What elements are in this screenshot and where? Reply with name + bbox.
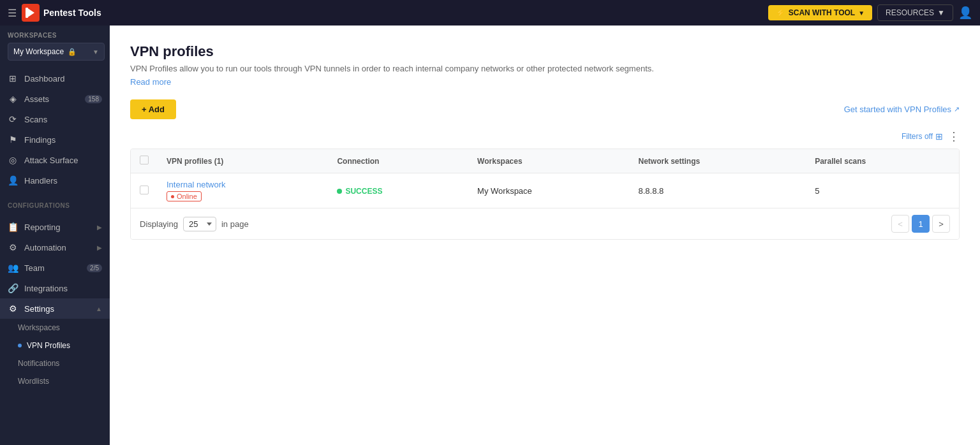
displaying-label: Displaying (140, 219, 178, 229)
sidebar-item-label: Integrations (24, 284, 68, 293)
workspaces-label: WORKSPACES (8, 32, 105, 39)
filters-off-button[interactable]: Filters off ⊞ (902, 131, 943, 142)
page-size-select[interactable]: 10 25 50 100 (183, 217, 216, 231)
col-network-settings: Network settings (629, 149, 806, 173)
scan-with-tool-button[interactable]: ⚡ SCAN WITH TOOL ▼ (768, 5, 872, 20)
network-settings-cell: 8.8.8.8 (629, 173, 806, 208)
svg-rect-2 (26, 8, 28, 18)
app-layout: WORKSPACES My Workspace 🔒 ▼ ⊞ Dashboard … (0, 26, 980, 445)
logo-icon (22, 4, 40, 22)
lightning-icon: ⚡ (776, 8, 785, 17)
team-icon: 👥 (8, 263, 18, 273)
sidebar-item-label: Assets (24, 94, 49, 104)
user-menu-button[interactable]: 👤 (958, 6, 972, 20)
sidebar-item-label: Automation (24, 243, 66, 252)
scans-icon: ⟳ (8, 114, 18, 124)
sidebar-item-scans[interactable]: ⟳ Scans (0, 109, 110, 129)
assets-badge: 158 (85, 95, 102, 103)
settings-icon: ⚙ (8, 303, 18, 314)
online-status-badge: Online (167, 191, 202, 201)
next-page-button[interactable]: > (932, 215, 950, 233)
sidebar-item-label: Reporting (24, 222, 60, 232)
logo: Pentest Tools (22, 4, 101, 22)
add-button[interactable]: + Add (130, 99, 176, 119)
row-checkbox-cell (131, 173, 158, 208)
sidebar-item-label: Team (24, 263, 45, 273)
workspaces-section: WORKSPACES My Workspace 🔒 ▼ (0, 26, 110, 63)
sidebar-item-settings[interactable]: ⚙ Settings ▲ (0, 298, 110, 319)
attack-surface-icon: ◎ (8, 155, 18, 165)
page-description: VPN Profiles allow you to run our tools … (130, 64, 960, 73)
main-content: VPN profiles VPN Profiles allow you to r… (110, 26, 980, 445)
col-connection: Connection (328, 149, 468, 173)
connection-cell: SUCCESS (328, 173, 468, 208)
active-indicator (18, 344, 22, 347)
page-1-button[interactable]: 1 (912, 215, 930, 233)
workspace-name: My Workspace (13, 47, 64, 56)
sidebar-item-label: Dashboard (24, 74, 65, 84)
pagination-left: Displaying 10 25 50 100 in page (140, 217, 249, 231)
get-started-link[interactable]: Get started with VPN Profiles ↗ (844, 105, 960, 114)
filters-off-label: Filters off (902, 132, 933, 141)
filter-icon: ⊞ (935, 131, 943, 142)
configurations-label: CONFIGURATIONS (0, 196, 110, 212)
sidebar-item-label: Scans (24, 115, 47, 124)
dashboard-icon: ⊞ (8, 73, 18, 84)
more-options-icon[interactable]: ⋮ (948, 129, 960, 143)
resources-button[interactable]: RESOURCES ▼ (877, 4, 953, 21)
nav-left: ☰ Pentest Tools (8, 4, 101, 22)
primary-nav: ⊞ Dashboard ◈ Assets 158 ⟳ Scans ⚑ Findi… (0, 63, 110, 196)
sidebar-item-assets[interactable]: ◈ Assets 158 (0, 89, 110, 109)
logo-text: Pentest Tools (43, 8, 101, 18)
sidebar-sub-label: Notifications (18, 359, 59, 368)
sidebar-sub-item-notifications[interactable]: Notifications (0, 354, 110, 372)
select-all-checkbox[interactable] (140, 156, 149, 164)
reporting-chevron-icon: ▶ (97, 224, 102, 231)
assets-icon: ◈ (8, 94, 18, 104)
sidebar-item-attack-surface[interactable]: ◎ Attack Surface (0, 150, 110, 170)
external-link-icon: ↗ (954, 105, 960, 113)
col-workspaces: Workspaces (468, 149, 629, 173)
vpn-profile-name-cell: Internal network Online (158, 173, 328, 208)
automation-chevron-icon: ▶ (97, 244, 102, 251)
workspace-cell: My Workspace (468, 173, 629, 208)
reporting-icon: 📋 (8, 222, 18, 232)
prev-page-button[interactable]: < (891, 215, 909, 233)
sidebar-item-dashboard[interactable]: ⊞ Dashboard (0, 68, 110, 89)
table: VPN profiles (1) Connection Workspaces N… (131, 149, 959, 208)
sidebar-sub-item-wordlists[interactable]: Wordlists (0, 372, 110, 390)
sidebar-item-integrations[interactable]: 🔗 Integrations (0, 278, 110, 298)
toolbar: + Add Get started with VPN Profiles ↗ (130, 99, 960, 119)
table-header-row: VPN profiles (1) Connection Workspaces N… (131, 149, 959, 173)
scan-chevron-icon: ▼ (858, 10, 865, 17)
pagination: Displaying 10 25 50 100 in page < 1 > (131, 208, 959, 239)
vpn-profiles-table: VPN profiles (1) Connection Workspaces N… (130, 149, 960, 240)
sidebar-item-reporting[interactable]: 📋 Reporting ▶ (0, 217, 110, 237)
table-row: Internal network Online SUCCESS (131, 173, 959, 208)
connection-status: SUCCESS (337, 187, 382, 196)
vpn-profile-name[interactable]: Internal network (167, 180, 319, 189)
sidebar-item-automation[interactable]: ⚙ Automation ▶ (0, 237, 110, 258)
handlers-icon: 👤 (8, 175, 18, 186)
workspace-chevron-icon: ▼ (93, 48, 99, 55)
sidebar-sub-item-vpn-profiles[interactable]: VPN Profiles (0, 337, 110, 354)
success-dot (337, 189, 342, 194)
read-more-link[interactable]: Read more (130, 77, 171, 87)
row-checkbox[interactable] (140, 186, 149, 194)
pagination-right: < 1 > (891, 215, 950, 233)
sidebar: WORKSPACES My Workspace 🔒 ▼ ⊞ Dashboard … (0, 26, 110, 445)
sidebar-item-label: Handlers (24, 176, 57, 186)
parallel-scans-cell: 5 (806, 173, 959, 208)
sidebar-item-handlers[interactable]: 👤 Handlers (0, 170, 110, 191)
sidebar-item-team[interactable]: 👥 Team 2/5 (0, 258, 110, 278)
sidebar-sub-item-workspaces[interactable]: Workspaces (0, 319, 110, 337)
workspace-selector[interactable]: My Workspace 🔒 ▼ (8, 43, 105, 61)
automation-icon: ⚙ (8, 242, 18, 252)
sidebar-item-label: Settings (24, 304, 54, 314)
nav-right: ⚡ SCAN WITH TOOL ▼ RESOURCES ▼ 👤 (768, 4, 972, 21)
sidebar-item-findings[interactable]: ⚑ Findings (0, 129, 110, 150)
hamburger-icon[interactable]: ☰ (8, 7, 17, 19)
sidebar-sub-label: Workspaces (18, 323, 60, 332)
sidebar-item-label: Attack Surface (24, 156, 78, 165)
integrations-icon: 🔗 (8, 283, 18, 293)
